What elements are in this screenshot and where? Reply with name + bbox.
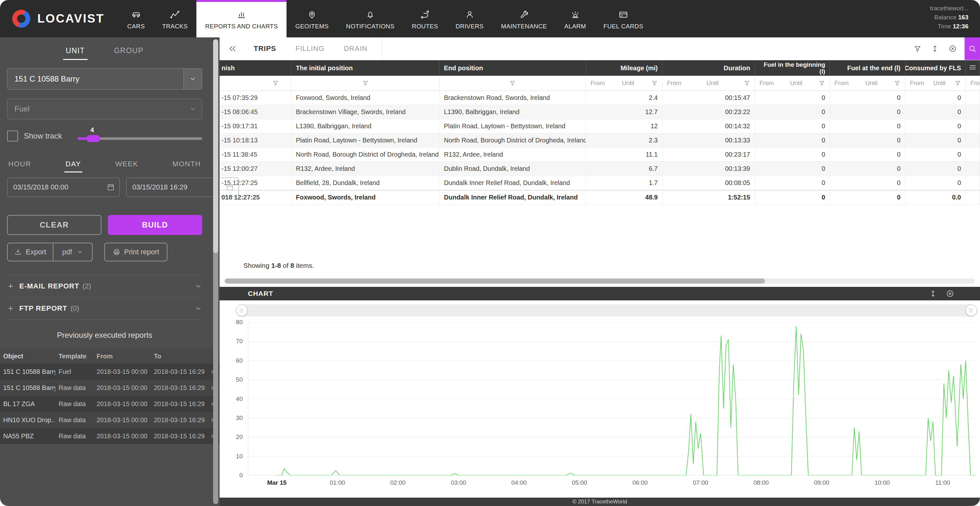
filter-icon[interactable] [914,45,921,53]
grid-column-header[interactable]: Mileage (mi) [586,60,663,76]
expand-vertical-icon[interactable] [929,290,937,297]
tab-hour[interactable]: HOUR [7,160,32,172]
date-from-input[interactable] [13,183,107,192]
history-to: 2018-03-15 16:29 [151,433,206,440]
grid-filter-cell[interactable]: FromUntil [755,76,830,91]
horizontal-scrollbar-thumb[interactable] [225,278,765,284]
nav-item-notifications[interactable]: NOTIFICATIONS [337,0,403,37]
trip-row[interactable]: -15 12:00:27R132, Ardee, IrelandDublin R… [220,162,980,176]
download-icon [14,248,22,256]
nav-item-fuel-cards[interactable]: FUEL CARDS [595,0,652,37]
date-from-field[interactable] [7,177,120,197]
range-handle-right[interactable] [966,305,977,316]
filter-from-label: From [910,80,924,87]
slider-handle[interactable] [87,135,100,142]
unit-select[interactable]: 151 C 10588 Barry [7,68,202,89]
grid-filter-cell[interactable]: Fro [966,76,980,91]
clear-button[interactable]: CLEAR [7,215,102,235]
grid-column-header[interactable]: Fuel in the beginning(l) [755,60,830,76]
trip-row[interactable]: -15 08:06:45Brackenstown Village, Swords… [220,105,980,119]
grid-column-header[interactable]: Fuel at the end (l) [830,60,905,76]
trip-row[interactable]: -15 12:27:25Bellfield, 28, Dundalk, Irel… [220,176,980,190]
nav-item-routes[interactable]: ROUTES [403,0,447,37]
grid-filter-cell[interactable] [439,76,586,91]
history-row[interactable]: NA55 PBZRaw data2018-03-15 00:002018-03-… [0,428,220,444]
export-format-select[interactable]: pdf [53,243,93,262]
show-track-checkbox[interactable] [7,131,18,142]
close-chart-icon[interactable] [946,289,954,298]
nav-item-maintenance[interactable]: MAINTENANCE [492,0,556,37]
grid-column-header[interactable]: Duration [663,60,755,76]
history-row[interactable]: 151 C 10588 BarryFuel2018-03-15 00:00201… [0,364,220,380]
print-report-button[interactable]: Print report [104,243,168,262]
history-row[interactable]: 151 C 10588 BarryRaw data2018-03-15 00:0… [0,380,220,396]
nav-item-reports-and-charts[interactable]: REPORTS AND CHARTS [196,0,286,37]
trip-total-row[interactable]: 018 12:27:25Foxwood, Swords, IrelandDund… [220,190,980,205]
history-row[interactable]: HN10 XUO Drop...Raw data2018-03-15 00:00… [0,412,220,428]
nav-item-geoitems[interactable]: GEOITEMS [286,0,337,37]
email-report-section[interactable]: E-MAIL REPORT (2) [7,275,202,297]
nav-item-drivers[interactable]: DRIVERS [447,0,492,37]
user-info[interactable]: tracetheworl... Balance 163 Time 12:36 [930,0,980,37]
export-button[interactable]: Export [7,243,53,262]
tab-drain[interactable]: DRAIN [334,37,377,60]
history-row[interactable]: BL 17 ZGARaw data2018-03-15 00:002018-03… [0,396,220,412]
trip-row[interactable]: -15 10:18:13Platin Road, Laytown - Betty… [220,133,980,148]
calendar-icon[interactable] [226,183,234,192]
horizontal-scrollbar[interactable] [225,278,975,284]
search-button[interactable] [964,37,980,60]
template-select[interactable]: Fuel [7,99,202,119]
brand[interactable]: LOCAVIST [0,0,118,37]
tab-day[interactable]: DAY [64,160,83,172]
tab-week[interactable]: WEEK [114,160,139,172]
sidebar: UNIT GROUP 151 C 10588 Barry Fuel Show t… [0,37,220,506]
filter-until-label: Until [622,80,634,87]
slider-track[interactable] [78,137,202,140]
trip-row[interactable]: -15 11:38:45North Road, Borough District… [220,148,980,162]
calendar-icon[interactable] [107,183,115,192]
grid-filter-cell[interactable]: FromUntil [663,76,755,91]
chevron-down-icon[interactable] [194,305,202,312]
grid-filter-cell[interactable] [291,76,439,91]
grid-filter-cell[interactable]: FromUntil [830,76,905,91]
report-tabbar: TRIPS FILLING DRAIN [220,37,980,60]
grid-column-header[interactable]: Consumed by FLS [905,60,966,76]
tab-month[interactable]: MONTH [171,160,202,172]
grid-column-header[interactable]: nish [220,60,291,76]
grid-filter-cell[interactable]: FromUntil [905,76,966,91]
grid-filter-cell[interactable] [220,76,291,91]
expand-vertical-icon[interactable] [931,45,939,53]
range-handle-left[interactable] [236,305,248,316]
column-menu-icon[interactable] [969,63,977,72]
collapse-sidebar-icon[interactable] [220,44,244,53]
grid-filter-cell[interactable]: FromUntil [586,76,663,91]
tab-unit[interactable]: UNIT [63,45,88,60]
grid-column-header[interactable]: The initial position [291,60,439,76]
grid-column-header[interactable]: End position [439,60,586,76]
tab-trips[interactable]: TRIPS [244,37,286,60]
chart-range-slider[interactable] [236,304,977,316]
tab-group[interactable]: GROUP [111,45,146,60]
nav-item-cars[interactable]: CARS [118,0,153,37]
track-width-slider[interactable]: 4 [78,127,202,145]
build-button[interactable]: BUILD [108,215,202,235]
close-panel-icon[interactable] [948,45,957,53]
trip-cell-fuel_end: 0 [830,176,905,190]
tab-filling[interactable]: FILLING [286,37,334,60]
trip-cell-duration: 00:14:32 [663,119,755,133]
history-col-to: To [151,353,206,360]
nav-item-tracks[interactable]: TRACKS [154,0,196,37]
sidebar-scrollbar-thumb[interactable] [213,39,218,253]
ftp-report-section[interactable]: FTP REPORT (0) [7,297,202,320]
date-to-field[interactable] [126,177,239,197]
trip-row[interactable]: -15 07:35:29Foxwood, Swords, IrelandBrac… [220,91,980,105]
trip-row[interactable]: -15 09:17:31L1390, Balbriggan, IrelandPl… [220,119,980,133]
sidebar-scrollbar[interactable] [213,39,218,504]
trip-cell-duration: 00:13:33 [663,133,755,147]
showing-summary: Showing 1-8 of 8 items. [243,262,314,270]
nav-item-alarm[interactable]: ALARM [556,0,595,37]
chevron-down-icon[interactable] [194,283,202,290]
trip-cell-partial [966,119,980,133]
date-to-input[interactable] [132,183,226,192]
x-tick-label: 01:00 [330,479,345,486]
